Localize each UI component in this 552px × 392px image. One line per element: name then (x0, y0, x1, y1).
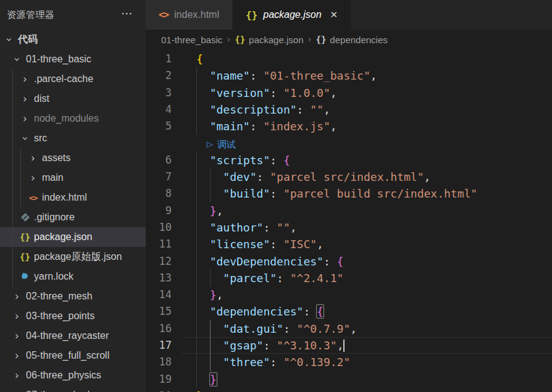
breadcrumb-item-01-three-basic[interactable]: 01-three_basic (161, 35, 222, 45)
breadcrumb-item-dependencies[interactable]: {}dependencies (316, 35, 388, 45)
code-token: : (324, 255, 337, 268)
codelens-row: ▷调试 (146, 135, 552, 151)
line-number[interactable]: 17 (146, 337, 182, 354)
chevron-down-icon[interactable]: › (12, 57, 22, 62)
line-content[interactable]: "author": "", (182, 219, 552, 236)
line-content[interactable]: "parcel": "^2.4.1" (182, 270, 552, 286)
code-token: "license" (210, 238, 270, 251)
line-number[interactable]: 8 (146, 185, 182, 202)
line-content[interactable]: "name": "01-three_basic", (182, 67, 552, 84)
line-number[interactable]: 11 (146, 236, 182, 252)
line-number[interactable]: 7 (146, 169, 182, 185)
chevron-right-icon[interactable]: › (23, 74, 27, 85)
line-content[interactable]: "version": "1.0.0", (182, 85, 552, 101)
line-number[interactable]: 12 (146, 253, 182, 270)
line-content[interactable]: "license": "ISC", (182, 236, 552, 252)
tree-item-label: assets (42, 152, 70, 164)
chevron-right-icon[interactable]: › (31, 153, 35, 164)
tree-item-02-three-mesh[interactable]: ›02-three_mesh (0, 286, 146, 306)
tree-item-slot: › (12, 311, 22, 322)
tree-item-parcel-cache[interactable]: ›.parcel-cache (0, 69, 146, 89)
tree-item-index-html[interactable]: <>index.html (0, 188, 146, 207)
tree-item-assets[interactable]: ›assets (0, 148, 146, 168)
line-content[interactable]: "dev": "parcel src/index.html", (182, 169, 552, 185)
code-token: { (337, 255, 344, 268)
codelens-debug-link[interactable]: ▷调试 (207, 136, 236, 152)
close-icon[interactable]: ✕ (330, 9, 338, 20)
tree-item-package-json[interactable]: {}package.json (0, 227, 146, 247)
tree-item-root[interactable]: ›代码 (0, 30, 146, 49)
json-braces-icon: {} (235, 35, 245, 44)
line-number[interactable]: 3 (146, 85, 182, 101)
line-content[interactable]: }, (182, 202, 552, 219)
chevron-right-icon[interactable]: › (15, 291, 19, 302)
line-content[interactable]: "gsap": "^3.10.3", (182, 337, 552, 354)
tab-label: index.html (174, 9, 219, 20)
tree-item-node-modules[interactable]: ›node_modules (0, 109, 146, 128)
tree-item-04-three-raycaster[interactable]: ›04-three_raycaster (0, 326, 146, 346)
line-content[interactable]: "dependencies": { (182, 303, 552, 320)
code-token: , (317, 238, 324, 251)
tree-item-01-three-basic[interactable]: ›01-three_basic (0, 49, 146, 69)
chevron-right-icon[interactable]: › (15, 370, 19, 381)
code-token (196, 305, 210, 318)
line-number[interactable]: 6 (146, 152, 182, 169)
code-editor[interactable]: 1{2 "name": "01-three_basic",3 "version"… (146, 49, 552, 392)
line-content[interactable]: ▷调试 (182, 135, 552, 151)
tab-index-html[interactable]: <>index.html (146, 0, 233, 30)
code-token: : (283, 322, 297, 335)
line-number[interactable]: 5 (146, 118, 182, 135)
line-content[interactable]: { (182, 51, 552, 67)
tab-package-json[interactable]: {}package.json✕ (233, 0, 351, 30)
chevron-right-icon[interactable]: › (23, 94, 27, 104)
line-number[interactable]: 15 (146, 303, 182, 320)
line-number[interactable]: 18 (146, 354, 182, 370)
line-content[interactable]: } (182, 371, 552, 388)
tree-item-gitignore[interactable]: .gitignore (0, 207, 146, 227)
line-content[interactable]: } (182, 388, 552, 392)
line-content[interactable]: }, (182, 286, 552, 303)
code-line-7: 7 "dev": "parcel src/index.html", (146, 169, 552, 185)
chevron-right-icon[interactable]: › (15, 390, 19, 392)
line-number[interactable] (146, 135, 182, 151)
tree-item-src[interactable]: ›src (0, 128, 146, 148)
code-line-18: 18 "three": "^0.139.2" (146, 354, 552, 370)
line-number[interactable]: 13 (146, 270, 182, 286)
line-number[interactable]: 16 (146, 320, 182, 337)
code-token (196, 69, 210, 82)
line-content[interactable]: "devDependencies": { (182, 253, 552, 270)
line-content[interactable]: "main": "index.js", (182, 118, 552, 135)
line-number[interactable]: 10 (146, 219, 182, 236)
line-number[interactable]: 20 (146, 388, 182, 392)
tree-item-05-three-full-scroll[interactable]: ›05-three_full_scroll (0, 346, 146, 365)
tree-item-dist[interactable]: ›dist (0, 89, 146, 109)
breadcrumb-item-package-json[interactable]: {}package.json (235, 35, 303, 45)
tree-item-03-three-points[interactable]: ›03-three_points (0, 306, 146, 326)
line-number[interactable]: 14 (146, 286, 182, 303)
tree-item-package-json[interactable]: {}package原始版.json (0, 247, 146, 267)
line-number[interactable]: 19 (146, 371, 182, 388)
chevron-right-icon[interactable]: › (23, 114, 27, 124)
tree-item-yarn-lock[interactable]: yarn.lock (0, 267, 146, 286)
line-number[interactable]: 2 (146, 67, 182, 84)
line-number[interactable]: 4 (146, 101, 182, 118)
chevron-down-icon[interactable]: › (20, 136, 30, 141)
line-content[interactable]: "scripts": { (182, 152, 552, 169)
line-number[interactable]: 9 (146, 202, 182, 219)
line-content[interactable]: "dat.gui": "^0.7.9", (182, 320, 552, 337)
chevron-down-icon[interactable]: › (4, 38, 14, 42)
indent-guide (196, 118, 197, 135)
chevron-right-icon[interactable]: › (15, 351, 19, 361)
line-content[interactable]: "description": "", (182, 101, 552, 118)
chevron-right-icon[interactable]: › (15, 331, 19, 341)
chevron-right-icon[interactable]: › (31, 173, 35, 183)
indent-guide (196, 101, 197, 118)
line-number[interactable]: 1 (146, 51, 182, 67)
tree-item-06-three-physics[interactable]: ›06-three_physics (0, 365, 146, 385)
chevron-right-icon[interactable]: › (15, 311, 19, 322)
line-content[interactable]: "build": "parcel build src/index.html" (182, 185, 552, 202)
tree-item-07-three-shader[interactable]: ›07-three_shader (0, 385, 146, 392)
tree-item-main[interactable]: ›main (0, 168, 146, 188)
more-actions-button[interactable]: ⋯ (121, 6, 134, 21)
line-content[interactable]: "three": "^0.139.2" (182, 354, 552, 370)
